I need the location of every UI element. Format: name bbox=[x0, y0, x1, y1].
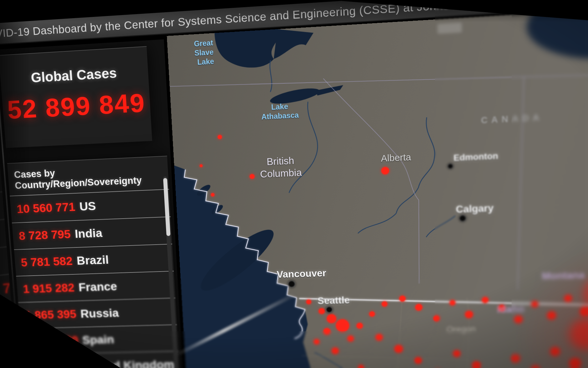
case-count: 1 915 282 bbox=[23, 281, 75, 296]
city-label-seattle: Seattle bbox=[317, 295, 350, 307]
map-label-alberta: Alberta bbox=[381, 151, 411, 164]
case-dot bbox=[314, 339, 320, 344]
case-dot bbox=[472, 361, 480, 368]
country-name: Spain bbox=[82, 333, 114, 346]
map-label-great-slave-lake: Great Slave Lake bbox=[184, 38, 214, 67]
case-count: 1 437 220 bbox=[27, 334, 79, 348]
global-cases-value: 52 899 849 bbox=[2, 87, 151, 125]
case-dot bbox=[382, 301, 388, 307]
case-dot bbox=[565, 295, 572, 302]
map-widget-blurred bbox=[437, 23, 462, 34]
country-row[interactable]: 1 915 282France bbox=[16, 271, 175, 302]
country-row[interactable]: 1 865 395Russia bbox=[18, 298, 177, 328]
case-dot bbox=[211, 193, 215, 197]
case-dot bbox=[453, 350, 460, 357]
case-dot bbox=[200, 164, 203, 167]
map-label-idaho: Idaho bbox=[497, 303, 525, 316]
country-row[interactable]: 5 781 582Brazil bbox=[14, 244, 174, 276]
case-dot bbox=[514, 316, 523, 323]
map-svg bbox=[167, 3, 588, 368]
case-dot bbox=[217, 135, 222, 139]
global-cases-label: Global Cases bbox=[0, 63, 149, 87]
case-dot bbox=[306, 299, 312, 304]
country-name: United Kingdom bbox=[84, 358, 175, 368]
country-name: Brazil bbox=[76, 253, 109, 267]
map-label-oregon: Oregon bbox=[446, 324, 476, 335]
global-cases-panel: Global Cases 52 899 849 bbox=[0, 46, 152, 148]
case-dot bbox=[332, 347, 339, 354]
case-dot bbox=[356, 323, 363, 329]
case-dot bbox=[369, 311, 375, 317]
hudson-bay-shapes bbox=[526, 3, 588, 119]
case-dot bbox=[547, 311, 556, 319]
case-dot bbox=[511, 354, 520, 362]
case-count: 10 560 771 bbox=[16, 200, 76, 216]
case-dot bbox=[381, 167, 389, 174]
country-name: US bbox=[79, 200, 96, 214]
country-name: France bbox=[78, 280, 118, 294]
dashboard-photo: couermanyouth AfricaIran7Poland30Chile80… bbox=[0, 0, 588, 368]
case-dot bbox=[318, 308, 325, 314]
case-dot bbox=[414, 357, 422, 364]
case-count: 5 781 582 bbox=[20, 254, 73, 269]
country-row[interactable]: 1 437 220Spain bbox=[20, 324, 179, 355]
case-dot bbox=[465, 311, 473, 318]
country-name: India bbox=[74, 226, 103, 241]
dashboard-screen: COVID-19 Dashboard by the Center for Sys… bbox=[0, 0, 588, 368]
case-dot bbox=[449, 300, 455, 306]
case-dot bbox=[580, 307, 588, 316]
case-dot bbox=[327, 314, 336, 323]
country-rows: 10 560 771US8 728 795India5 781 582Brazi… bbox=[10, 189, 183, 368]
case-dot bbox=[550, 347, 560, 356]
case-dot bbox=[415, 304, 422, 311]
case-dot bbox=[347, 335, 354, 342]
map-label-montana: Montana bbox=[542, 269, 585, 282]
case-count: 8 728 795 bbox=[18, 228, 71, 243]
map-label-lake-athabasca: Lake Athabasca bbox=[255, 101, 305, 122]
case-dot bbox=[394, 345, 403, 353]
city-label-vancouver: Vancouver bbox=[276, 268, 327, 280]
city-label-edmonton: Edmonton bbox=[454, 151, 498, 163]
case-count: 1 865 395 bbox=[25, 308, 77, 322]
case-dot bbox=[358, 365, 364, 368]
case-dot bbox=[376, 334, 383, 341]
case-dot bbox=[569, 358, 580, 368]
map-canvas[interactable]: Great Slave LakeLake AthabascaCANADAAlbe… bbox=[167, 3, 588, 368]
country-name: Russia bbox=[80, 306, 119, 320]
case-count: 1 293 728 bbox=[29, 360, 81, 368]
map-label-british-columbia: British Columbia bbox=[253, 154, 308, 181]
case-dot bbox=[323, 328, 331, 334]
case-cluster bbox=[570, 319, 588, 350]
case-cluster bbox=[585, 276, 588, 311]
case-dot bbox=[530, 365, 540, 368]
case-dot bbox=[336, 319, 349, 332]
great-slave-lake-shape bbox=[215, 27, 315, 70]
case-clusters-blurred bbox=[569, 273, 588, 368]
case-dot bbox=[531, 301, 538, 307]
city-label-calgary: Calgary bbox=[456, 203, 494, 215]
case-dot bbox=[433, 315, 440, 322]
country-cases-panel: Cases by Country/Region/Sovereignty 10 5… bbox=[7, 156, 183, 368]
